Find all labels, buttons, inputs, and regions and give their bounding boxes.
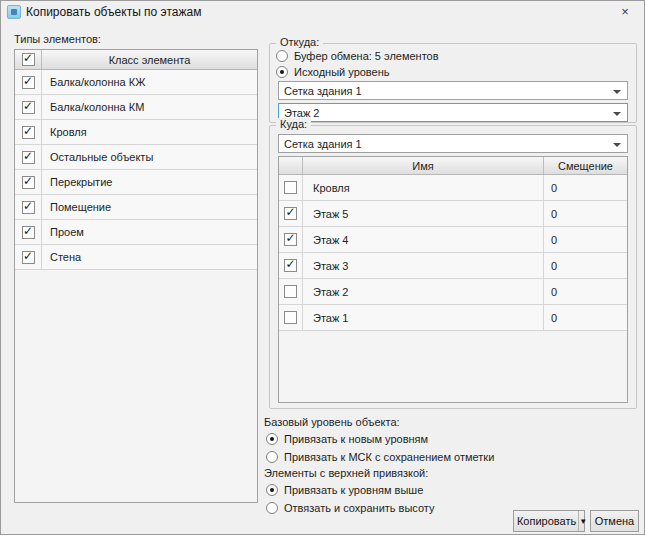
row-checkbox[interactable] bbox=[22, 151, 35, 164]
row-checkbox[interactable] bbox=[22, 101, 35, 114]
column-header-class: Класс элемента bbox=[42, 50, 257, 69]
level-name: Этаж 5 bbox=[303, 201, 544, 226]
row-checkbox[interactable] bbox=[284, 311, 297, 324]
radio-icon[interactable] bbox=[276, 66, 288, 78]
level-offset[interactable]: 0 bbox=[544, 305, 627, 330]
to-header-checkbox-cell bbox=[279, 157, 303, 174]
level-offset[interactable]: 0 bbox=[544, 253, 627, 278]
select-all-cell bbox=[15, 50, 42, 69]
radio-icon[interactable] bbox=[266, 502, 278, 514]
element-types-table-empty-area bbox=[15, 270, 257, 502]
radio-icon[interactable] bbox=[276, 50, 288, 62]
from-group-title: Откуда: bbox=[276, 36, 323, 48]
row-checkbox[interactable] bbox=[22, 126, 35, 139]
chevron-down-icon[interactable] bbox=[613, 112, 621, 116]
element-type-row[interactable]: Балка/колонна КЖ bbox=[15, 70, 257, 95]
from-group: Откуда: Буфер обмена: 5 элементов Исходн… bbox=[269, 43, 637, 123]
to-table-header-row: Имя Смещение bbox=[279, 157, 627, 175]
element-type-label: Остальные объекты bbox=[42, 145, 257, 169]
column-header-name: Имя bbox=[303, 157, 544, 174]
bottom-options: Базовый уровень объекта: Привязать к нов… bbox=[264, 414, 636, 518]
element-type-label: Помещение bbox=[42, 195, 257, 219]
element-type-row[interactable]: Проем bbox=[15, 220, 257, 245]
element-types-label: Типы элементов: bbox=[14, 33, 101, 45]
from-options: Буфер обмена: 5 элементов Исходный урове… bbox=[276, 49, 628, 79]
radio-label: Привязать к уровням выше bbox=[284, 484, 423, 496]
to-building-grid-value: Сетка здания 1 bbox=[284, 138, 362, 150]
level-offset[interactable]: 0 bbox=[544, 279, 627, 304]
row-checkbox[interactable] bbox=[22, 76, 35, 89]
from-building-grid-value: Сетка здания 1 bbox=[284, 85, 362, 97]
copy-button[interactable]: Копировать ▼ bbox=[513, 510, 585, 532]
from-building-grid-combo[interactable]: Сетка здания 1 bbox=[278, 81, 628, 100]
level-name: Этаж 4 bbox=[303, 227, 544, 252]
from-level-value: Этаж 2 bbox=[284, 107, 319, 119]
element-type-label: Кровля bbox=[42, 120, 257, 144]
row-checkbox[interactable] bbox=[284, 259, 297, 272]
to-level-row[interactable]: Этаж 1 0 bbox=[279, 305, 627, 331]
from-level-combo[interactable]: Этаж 2 bbox=[278, 103, 628, 122]
to-level-row[interactable]: Этаж 2 0 bbox=[279, 279, 627, 305]
element-type-row[interactable]: Перекрытие bbox=[15, 170, 257, 195]
from-radio-option[interactable]: Исходный уровень bbox=[276, 65, 628, 79]
to-level-row[interactable]: Этаж 4 0 bbox=[279, 227, 627, 253]
element-type-label: Балка/колонна КЖ bbox=[42, 70, 257, 94]
titlebar: Копировать объекты по этажам × bbox=[1, 1, 644, 23]
element-type-row[interactable]: Стена bbox=[15, 245, 257, 270]
to-table-rows: Кровля 0 Этаж 5 0 bbox=[279, 175, 627, 331]
level-name: Этаж 1 bbox=[303, 305, 544, 330]
base-level-options: Привязать к новым уровням Привязать к МС… bbox=[264, 431, 636, 465]
element-type-row[interactable]: Остальные объекты bbox=[15, 145, 257, 170]
base-level-radio-option[interactable]: Привязать к МСК с сохранением отметки bbox=[266, 449, 636, 465]
chevron-down-icon[interactable] bbox=[613, 143, 621, 147]
radio-icon[interactable] bbox=[266, 433, 278, 445]
element-types-rows: Балка/колонна КЖ Балка/колонна КМ Кровля bbox=[15, 70, 257, 270]
to-level-row[interactable]: Этаж 5 0 bbox=[279, 201, 627, 227]
to-level-row[interactable]: Этаж 3 0 bbox=[279, 253, 627, 279]
radio-icon[interactable] bbox=[266, 484, 278, 496]
close-icon[interactable]: × bbox=[610, 2, 640, 22]
element-types-table: Класс элемента Балка/колонна КЖ Балка/ко… bbox=[14, 49, 258, 503]
element-type-label: Проем bbox=[42, 220, 257, 244]
element-type-row[interactable]: Балка/колонна КМ bbox=[15, 95, 257, 120]
radio-label: Привязать к новым уровням bbox=[284, 433, 428, 445]
row-checkbox[interactable] bbox=[284, 285, 297, 298]
level-offset[interactable]: 0 bbox=[544, 175, 627, 200]
level-offset[interactable]: 0 bbox=[544, 227, 627, 252]
radio-label: Исходный уровень bbox=[294, 66, 390, 78]
app-icon bbox=[7, 5, 21, 19]
radio-label: Буфер обмена: 5 элементов bbox=[294, 50, 439, 62]
cancel-button[interactable]: Отмена bbox=[590, 510, 639, 532]
element-type-row[interactable]: Помещение bbox=[15, 195, 257, 220]
top-binding-radio-option[interactable]: Привязать к уровням выше bbox=[266, 482, 636, 498]
element-type-label: Балка/колонна КМ bbox=[42, 95, 257, 119]
row-checkbox[interactable] bbox=[22, 201, 35, 214]
from-radio-option[interactable]: Буфер обмена: 5 элементов bbox=[276, 49, 628, 63]
radio-icon[interactable] bbox=[266, 451, 278, 463]
window-title: Копировать объекты по этажам bbox=[26, 5, 201, 19]
level-offset[interactable]: 0 bbox=[544, 201, 627, 226]
level-name: Этаж 3 bbox=[303, 253, 544, 278]
element-type-label: Стена bbox=[42, 245, 257, 269]
radio-label: Отвязать и сохранить высоту bbox=[284, 502, 435, 514]
to-group: Куда: Сетка здания 1 Имя Смещение Кровля bbox=[269, 125, 637, 409]
row-checkbox[interactable] bbox=[22, 251, 35, 264]
to-level-row[interactable]: Кровля 0 bbox=[279, 175, 627, 201]
base-level-radio-option[interactable]: Привязать к новым уровням bbox=[266, 431, 636, 447]
chevron-down-icon[interactable] bbox=[613, 90, 621, 94]
row-checkbox[interactable] bbox=[284, 181, 297, 194]
column-header-offset: Смещение bbox=[544, 157, 627, 174]
to-table-empty-area bbox=[279, 331, 627, 402]
copy-dropdown-arrow-icon[interactable]: ▼ bbox=[578, 511, 587, 531]
row-checkbox[interactable] bbox=[22, 176, 35, 189]
to-levels-table: Имя Смещение Кровля 0 bbox=[278, 156, 628, 403]
select-all-checkbox[interactable] bbox=[22, 53, 35, 66]
element-type-row[interactable]: Кровля bbox=[15, 120, 257, 145]
copy-button-label[interactable]: Копировать bbox=[511, 515, 578, 527]
row-checkbox[interactable] bbox=[284, 233, 297, 246]
radio-label: Привязать к МСК с сохранением отметки bbox=[284, 451, 494, 463]
to-building-grid-combo[interactable]: Сетка здания 1 bbox=[278, 134, 628, 153]
row-checkbox[interactable] bbox=[22, 226, 35, 239]
to-group-title: Куда: bbox=[276, 118, 311, 130]
row-checkbox[interactable] bbox=[284, 207, 297, 220]
